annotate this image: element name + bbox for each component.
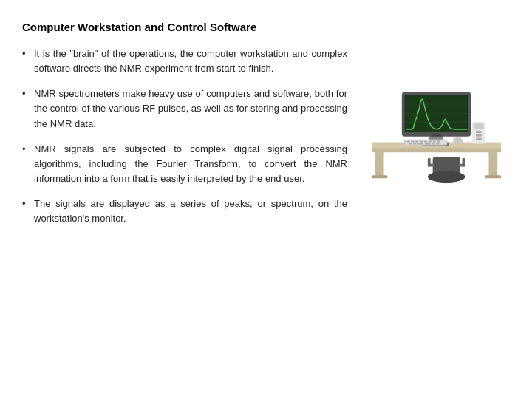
svg-rect-4 <box>371 175 386 178</box>
svg-rect-47 <box>432 143 434 145</box>
page-title: Computer Workstation and Control Softwar… <box>22 21 510 33</box>
bullet-dot-1: • <box>22 47 30 76</box>
svg-rect-2 <box>375 152 383 177</box>
page: Computer Workstation and Control Softwar… <box>0 0 532 399</box>
svg-rect-22 <box>443 183 449 183</box>
bullet-item-1: • It is the "brain" of the operations, t… <box>22 47 347 76</box>
bullet-text-1: It is the "brain" of the operations, the… <box>34 47 347 76</box>
svg-point-21 <box>427 171 465 183</box>
svg-rect-40 <box>428 141 431 143</box>
svg-rect-1 <box>371 148 500 152</box>
bullet-item-4: • The signals are displayed as a series … <box>22 197 347 226</box>
bullet-text-2: NMR spectrometers make heavy use of comp… <box>34 86 347 131</box>
svg-rect-43 <box>409 143 412 145</box>
bullet-item-2: • NMR spectrometers make heavy use of co… <box>22 86 347 131</box>
svg-rect-5 <box>485 175 500 178</box>
svg-rect-42 <box>437 141 440 143</box>
svg-rect-38 <box>420 141 423 143</box>
svg-rect-14 <box>431 134 441 137</box>
bullet-text-4: The signals are displayed as a series of… <box>34 197 347 226</box>
svg-rect-18 <box>476 134 482 137</box>
workstation-image-area <box>362 47 510 384</box>
svg-rect-16 <box>474 123 484 129</box>
svg-rect-36 <box>411 141 414 143</box>
bullet-dot-2: • <box>22 86 30 131</box>
content-area: • It is the "brain" of the operations, t… <box>22 47 510 384</box>
svg-rect-39 <box>423 141 426 143</box>
workstation-illustration <box>364 50 508 183</box>
bullet-dot-3: • <box>22 142 30 186</box>
text-area: • It is the "brain" of the operations, t… <box>22 47 347 384</box>
svg-rect-3 <box>488 152 497 177</box>
svg-rect-44 <box>413 143 416 145</box>
svg-rect-31 <box>427 158 430 167</box>
bullet-text-3: NMR signals are subjected to complex dig… <box>34 142 347 186</box>
svg-rect-37 <box>415 141 418 143</box>
svg-rect-45 <box>417 143 423 145</box>
bullet-dot-4: • <box>22 197 30 226</box>
svg-rect-19 <box>476 138 482 140</box>
svg-rect-17 <box>476 131 482 133</box>
svg-rect-32 <box>462 158 465 167</box>
bullet-item-3: • NMR signals are subjected to complex d… <box>22 142 347 186</box>
svg-rect-48 <box>436 143 439 145</box>
svg-rect-35 <box>406 141 409 143</box>
svg-rect-41 <box>432 141 435 143</box>
svg-rect-46 <box>424 143 430 145</box>
